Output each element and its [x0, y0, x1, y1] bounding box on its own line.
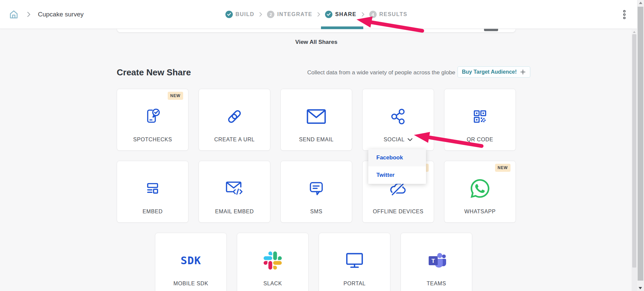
step-label: RESULTS — [379, 11, 408, 17]
card-label: SPOTCHECKS — [117, 137, 188, 143]
view-all-shares-link[interactable]: View All Shares — [117, 39, 516, 46]
step-share[interactable]: SHARE — [325, 11, 357, 18]
step-results[interactable]: 4 RESULTS — [369, 11, 408, 18]
step-integrate[interactable]: 2 INTEGRATE — [267, 11, 312, 18]
email-code-icon — [225, 180, 244, 197]
card-mobile-sdk[interactable]: SDK MOBILE SDK — [155, 233, 227, 291]
share-cards-row-1: NEW SPOTCHECKS CREATE A URL SEND EMAIL S… — [117, 89, 516, 151]
top-navbar: Cupcake survey BUILD 2 INTEGRATE SHARE 4… — [0, 0, 637, 29]
teams-logo-icon: T — [426, 251, 446, 270]
home-icon — [9, 9, 19, 19]
step-number-circle: 2 — [267, 11, 274, 18]
envelope-icon — [307, 108, 326, 125]
audience-subtitle: Collect data from a wide variety of peop… — [307, 69, 455, 76]
card-sms[interactable]: SMS — [280, 161, 352, 223]
card-label: SLACK — [237, 281, 308, 287]
chevron-down-icon[interactable] — [408, 138, 413, 141]
card-embed[interactable]: EMBED — [117, 161, 189, 223]
card-slack[interactable]: SLACK — [237, 233, 309, 291]
card-teams[interactable]: T TEAMS — [400, 233, 472, 291]
card-label: PORTAL — [319, 281, 390, 287]
chat-bubble-icon — [307, 179, 326, 198]
link-icon — [225, 107, 244, 126]
breadcrumb: Cupcake survey — [8, 0, 84, 29]
card-send-email[interactable]: SEND EMAIL — [280, 89, 352, 151]
app-window: View All Shares Create New Share Collect… — [0, 0, 644, 291]
buy-target-audience-button[interactable]: Buy Target Audience! — [458, 66, 530, 78]
step-label: BUILD — [235, 11, 254, 17]
qr-code-icon — [471, 108, 489, 125]
content-scrollbar[interactable] — [632, 29, 637, 291]
step-label: SHARE — [335, 11, 357, 17]
chevron-right-icon — [317, 12, 320, 17]
card-label: TEAMS — [401, 281, 472, 287]
social-dropdown-item-facebook[interactable]: Facebook — [368, 149, 426, 166]
card-label: CREATE A URL — [199, 137, 270, 143]
new-badge: NEW — [168, 92, 183, 100]
card-label: MOBILE SDK — [155, 281, 226, 287]
chevron-right-icon — [361, 12, 365, 17]
check-circle-icon — [325, 11, 332, 18]
card-create-a-url[interactable]: CREATE A URL — [199, 89, 270, 151]
chevron-right-icon — [27, 11, 31, 17]
whatsapp-icon — [470, 178, 490, 199]
card-label: WHATSAPP — [444, 209, 516, 215]
card-label: SMS — [281, 209, 352, 215]
plus-icon — [520, 69, 526, 75]
kebab-menu-icon[interactable] — [619, 0, 630, 29]
card-label: QR CODE — [444, 137, 516, 143]
active-tab-underline — [321, 26, 363, 29]
browser-scrollbar-thumb[interactable] — [638, 7, 643, 281]
card-social[interactable]: SOCIAL — [362, 89, 434, 151]
share-nodes-icon — [389, 107, 408, 126]
progress-steps: BUILD 2 INTEGRATE SHARE 4 RESULTS — [225, 0, 408, 29]
sdk-text-icon: SDK — [181, 254, 201, 267]
buy-target-audience-label: Buy Target Audience! — [462, 69, 517, 75]
share-cards-row-3: SDK MOBILE SDK SLACK PORTAL T TEAMS — [155, 233, 472, 291]
chevron-right-icon — [259, 12, 262, 17]
step-label: INTEGRATE — [277, 11, 312, 17]
social-dropdown: Facebook Twitter — [368, 149, 426, 184]
content-scrollbar-thumb[interactable] — [632, 34, 636, 268]
step-number-circle: 4 — [369, 11, 377, 18]
spotchecks-phone-check-icon — [144, 107, 162, 126]
monitor-icon — [345, 251, 364, 270]
card-portal[interactable]: PORTAL — [319, 233, 390, 291]
card-whatsapp[interactable]: NEW WHATSAPP — [444, 161, 516, 223]
card-label: SEND EMAIL — [281, 137, 352, 143]
slack-logo-icon — [264, 251, 282, 270]
card-label: OFFLINE DEVICES — [363, 209, 434, 215]
check-circle-icon — [225, 11, 233, 18]
content-scroll-up-arrow[interactable] — [632, 29, 637, 34]
survey-title: Cupcake survey — [38, 11, 84, 18]
step-build[interactable]: BUILD — [225, 11, 254, 18]
card-label: EMBED — [117, 209, 188, 215]
card-spotchecks[interactable]: NEW SPOTCHECKS — [117, 89, 189, 151]
scroll-down-arrow[interactable] — [639, 287, 642, 289]
card-label: SOCIAL — [384, 137, 405, 143]
browser-scrollbar[interactable] — [637, 0, 644, 291]
share-cards-row-2: EMBED EMAIL EMBED SMS NEW OFFLINE DEVICE… — [117, 161, 516, 223]
card-label: EMAIL EMBED — [199, 209, 270, 215]
scroll-up-arrow[interactable] — [639, 2, 642, 4]
card-email-embed[interactable]: EMAIL EMBED — [199, 161, 270, 223]
card-qr-code[interactable]: QR CODE — [444, 89, 516, 151]
embed-blocks-icon — [144, 179, 162, 198]
home-button[interactable] — [8, 9, 19, 20]
previous-shares-card-partial — [117, 29, 516, 32]
social-dropdown-item-twitter[interactable]: Twitter — [368, 166, 426, 184]
new-badge: NEW — [495, 164, 511, 172]
svg-text:T: T — [431, 258, 435, 264]
page-title: Create New Share — [117, 67, 191, 78]
